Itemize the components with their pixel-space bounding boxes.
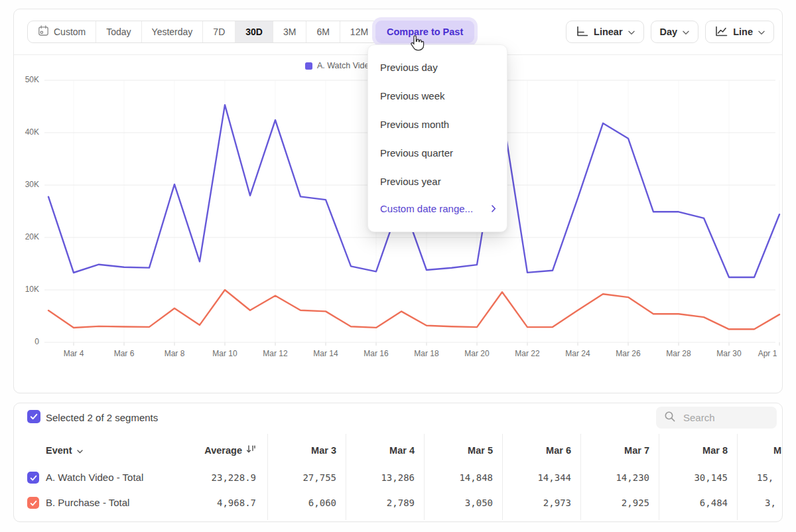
range-yesterday[interactable]: Yesterday — [141, 21, 203, 42]
range-label: 3M — [283, 27, 296, 37]
table-cell: 14,848 — [420, 472, 493, 484]
row-label-watch-video[interactable]: A. Watch Video - Total — [46, 471, 143, 484]
table-cell: 2,925 — [576, 497, 649, 509]
x-axis-label: Mar 28 — [666, 349, 691, 358]
average-column-header[interactable]: Average — [150, 444, 256, 456]
event-column-header[interactable]: Event — [46, 444, 83, 456]
interval-select-button[interactable]: Day — [651, 21, 699, 43]
x-axis-label: Apr 1 — [758, 349, 777, 358]
check-icon — [30, 499, 37, 507]
range-label: 6M — [316, 27, 329, 37]
x-axis-label: Mar 6 — [114, 349, 135, 358]
x-axis-label: Mar 26 — [616, 349, 640, 358]
x-axis-label: Mar 22 — [515, 349, 539, 358]
x-axis-label: Mar 8 — [165, 349, 185, 358]
custom-date-range-label: Custom date range... — [380, 196, 473, 222]
y-axis-label: 40K — [15, 127, 39, 137]
range-12m[interactable]: 12M — [340, 21, 378, 42]
day-column-header[interactable]: Mar 8 — [655, 444, 728, 456]
y-axis-label: 30K — [15, 180, 39, 189]
day-column-header[interactable]: Mar 6 — [498, 444, 571, 456]
table-cell: 14,344 — [498, 472, 571, 484]
menu-item-previous-quarter[interactable]: Previous quarter — [368, 139, 507, 167]
x-axis-label: Mar 12 — [263, 349, 287, 358]
search-box — [656, 407, 777, 429]
day-column-header[interactable]: Mar 4 — [342, 444, 415, 456]
search-input[interactable] — [682, 411, 764, 424]
chevron-down-icon — [628, 27, 635, 37]
chart-type-label: Line — [733, 27, 753, 37]
x-axis-label: Mar 24 — [565, 349, 590, 358]
table-cell: 2,973 — [498, 497, 571, 509]
y-axis-label: 50K — [15, 75, 39, 84]
segments-table-panel: Selected 2 of 2 segments Event Average — [13, 403, 783, 522]
row-label-purchase[interactable]: B. Purchase - Total — [46, 496, 129, 509]
analytics-page: Custom Today Yesterday 7D 30D 3M 6M 12M … — [0, 0, 796, 532]
range-label: Yesterday — [152, 27, 193, 37]
table-cell: 13,286 — [342, 472, 415, 484]
table-cell-clipped: 15, — [757, 472, 773, 484]
line-chart-icon — [714, 25, 728, 39]
linear-scale-icon — [575, 25, 588, 39]
series-line — [48, 290, 779, 329]
calendar-icon — [38, 25, 49, 38]
range-3m[interactable]: 3M — [273, 21, 306, 42]
column-separator — [737, 434, 738, 520]
menu-item-previous-year[interactable]: Previous year — [368, 167, 507, 196]
x-axis-label: Mar 10 — [212, 349, 237, 358]
select-all-checkbox[interactable] — [27, 410, 40, 423]
range-7d[interactable]: 7D — [202, 21, 235, 42]
table-cell: 14,230 — [576, 472, 649, 484]
table-cell: 27,755 — [263, 472, 336, 484]
y-axis-label: 20K — [15, 232, 39, 241]
search-icon — [664, 411, 676, 425]
day-column-header[interactable]: Mar 5 — [420, 444, 493, 456]
average-cell: 4,968.7 — [176, 497, 256, 509]
table-cell-clipped: 3, — [765, 497, 776, 509]
chevron-down-icon — [683, 27, 689, 37]
compare-menu: Previous day Previous week Previous mont… — [367, 44, 507, 232]
menu-item-previous-month[interactable]: Previous month — [368, 110, 507, 139]
chart-type-select-button[interactable]: Line — [705, 21, 774, 43]
check-icon — [30, 413, 38, 421]
table-cell: 30,145 — [655, 472, 728, 484]
segments-summary: Selected 2 of 2 segments — [46, 412, 158, 423]
range-6m[interactable]: 6M — [306, 21, 339, 42]
table-cell: 6,060 — [263, 497, 336, 509]
interval-label: Day — [660, 27, 678, 37]
x-axis-label: Mar 30 — [716, 349, 741, 358]
check-icon — [30, 474, 37, 482]
range-label: Custom — [54, 27, 86, 37]
row-checkbox-watch-video[interactable] — [27, 472, 39, 484]
menu-item-previous-day[interactable]: Previous day — [368, 53, 507, 82]
row-checkbox-purchase[interactable] — [27, 497, 39, 509]
chevron-down-icon — [758, 27, 765, 37]
y-axis-label: 0 — [15, 337, 39, 346]
menu-item-custom-date-range[interactable]: Custom date range... — [368, 196, 507, 222]
scale-label: Linear — [594, 27, 623, 37]
range-today[interactable]: Today — [96, 21, 141, 42]
range-label: 12M — [350, 27, 368, 37]
x-axis-label: Mar 20 — [464, 349, 489, 358]
menu-item-previous-week[interactable]: Previous week — [368, 82, 507, 110]
day-column-header[interactable]: Mar 3 — [263, 444, 336, 456]
table-cell: 6,484 — [655, 497, 728, 509]
chevron-down-icon — [77, 444, 83, 456]
range-custom[interactable]: Custom — [28, 21, 96, 42]
table-cell: 2,789 — [342, 497, 415, 509]
x-axis-label: Mar 14 — [313, 349, 338, 358]
range-30d-selected[interactable]: 30D — [235, 21, 273, 42]
chevron-right-icon — [492, 196, 496, 222]
average-cell: 23,228.9 — [176, 472, 256, 484]
scale-select-button[interactable]: Linear — [566, 21, 644, 43]
day-column-header[interactable]: Mar 7 — [576, 444, 649, 456]
average-header-label: Average — [204, 444, 242, 456]
range-label: 7D — [213, 27, 225, 37]
x-axis-label: Mar 4 — [64, 349, 84, 358]
day-column-header-clipped: M — [773, 444, 783, 456]
x-axis-label: Mar 16 — [364, 349, 388, 358]
x-axis-label: Mar 18 — [414, 349, 438, 358]
compare-to-past-button[interactable]: Compare to Past — [375, 21, 474, 43]
chart-panel: Custom Today Yesterday 7D 30D 3M 6M 12M … — [13, 9, 783, 393]
sort-descending-icon — [246, 444, 256, 456]
